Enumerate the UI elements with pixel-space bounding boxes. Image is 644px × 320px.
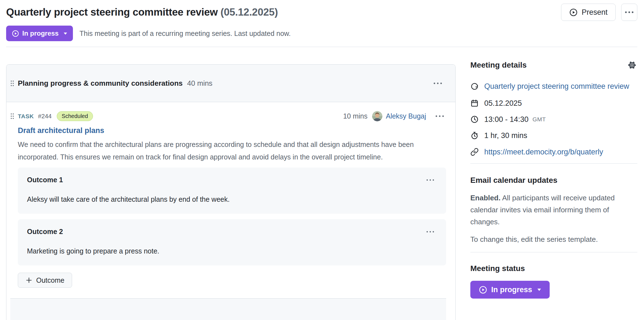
agenda-section-duration: 40 mins [187, 79, 212, 88]
email-updates-body: Enabled. All participants will receive u… [470, 192, 637, 228]
outcome-heading: Outcome 2 [27, 228, 63, 236]
play-circle-icon [12, 30, 19, 37]
agenda-section-title: Planning progress & community considerat… [18, 79, 183, 88]
meeting-date: 05.12.2025 [484, 99, 522, 108]
outcome-card: Outcome 1 Aleksy will take care of the a… [18, 168, 446, 214]
next-agenda-section-edge [10, 298, 446, 320]
outcome-text: Aleksy will take care of the architectur… [27, 195, 436, 203]
chevron-down-icon [63, 32, 67, 35]
stopwatch-icon [470, 131, 479, 140]
drag-handle-icon[interactable] [10, 80, 14, 87]
plus-icon [26, 277, 32, 284]
email-updates-heading: Email calendar updates [470, 176, 637, 185]
outcome-card: Outcome 2 Marketing is going to prepare … [18, 219, 446, 265]
time-row: 13:00 - 14:30 GMT [470, 114, 637, 125]
kebab-icon [625, 11, 634, 14]
outcome-header: Outcome 2 [27, 228, 436, 236]
outcome-heading: Outcome 1 [27, 176, 63, 184]
add-outcome-button[interactable]: Outcome [18, 273, 72, 288]
meeting-status-heading: Meeting status [470, 264, 637, 273]
recurring-icon [470, 82, 479, 90]
meeting-status-dropdown-sidebar[interactable]: In progress [470, 281, 550, 299]
task-header-row: TASK #244 Scheduled 10 mins [10, 111, 446, 121]
play-circle-icon [569, 8, 578, 17]
meeting-title-text: Quarterly project steering committee rev… [6, 6, 218, 18]
meeting-sidebar: Meeting details [470, 60, 637, 299]
date-row: 05.12.2025 [470, 98, 637, 109]
gear-icon [627, 60, 637, 70]
task-id: #244 [38, 113, 52, 120]
meeting-status-dropdown[interactable]: In progress [6, 26, 73, 41]
task-type-label: TASK [18, 113, 34, 120]
outcome-text: Marketing is going to prepare a press no… [27, 247, 436, 255]
assignee-avatar[interactable] [372, 111, 382, 121]
outcome-header: Outcome 1 [27, 176, 436, 184]
meeting-duration: 1 hr, 30 mins [484, 131, 527, 140]
content-columns: Planning progress & community considerat… [6, 60, 637, 320]
email-updates-note: To change this, edit the series template… [470, 235, 637, 244]
task-item: TASK #244 Scheduled 10 mins [6, 102, 455, 320]
agenda-card: Planning progress & community considerat… [6, 64, 456, 320]
calendar-icon [470, 99, 479, 107]
recurring-series-note: This meeting is part of a recurring meet… [80, 29, 291, 38]
duration-row: 1 hr, 30 mins [470, 130, 637, 141]
page-kebab-menu-button[interactable] [621, 4, 637, 21]
task-meta: 10 mins [343, 111, 446, 121]
task-duration: 10 mins [343, 112, 368, 120]
chevron-down-icon [537, 288, 541, 291]
clock-icon [470, 115, 479, 124]
meeting-page: Quarterly project steering committee rev… [0, 0, 644, 320]
meeting-link-row: https://meet.democity.org/b/quaterly [470, 146, 637, 158]
task-title-link[interactable]: Draft architectural plans [18, 126, 104, 135]
status-badge-label: In progress [491, 285, 532, 294]
meeting-settings-button[interactable] [627, 60, 637, 70]
series-link-row: Quarterly project steering committee rev… [470, 80, 637, 92]
meeting-time-range: 13:00 - 14:30 [484, 115, 529, 124]
task-kebab-button[interactable] [433, 113, 446, 119]
series-link[interactable]: Quarterly project steering committee rev… [484, 80, 629, 92]
present-button-label: Present [582, 8, 608, 17]
header-actions: Present [561, 4, 637, 21]
link-icon [470, 148, 479, 156]
drag-handle-icon[interactable] [10, 113, 14, 119]
assignee-link[interactable]: Aleksy Bugaj [386, 112, 426, 120]
status-row: In progress This meeting is part of a re… [6, 26, 637, 41]
outcome-kebab-button[interactable] [424, 177, 436, 183]
meeting-timezone: GMT [532, 116, 546, 123]
meeting-title-date: (05.12.2025) [220, 6, 278, 18]
header-divider [6, 47, 637, 47]
task-description: We need to confirm that the architectura… [18, 138, 441, 163]
agenda-section-header: Planning progress & community considerat… [6, 65, 455, 102]
email-updates-status: Enabled. [470, 194, 500, 202]
meeting-details-heading: Meeting details [470, 61, 527, 70]
meeting-url-link[interactable]: https://meet.democity.org/b/quaterly [484, 146, 603, 158]
task-status-badge: Scheduled [57, 111, 93, 121]
sidebar-divider [470, 252, 637, 252]
present-button[interactable]: Present [561, 4, 616, 21]
play-circle-icon [479, 285, 487, 294]
status-badge-label: In progress [22, 29, 59, 37]
page-title: Quarterly project steering committee rev… [6, 6, 278, 18]
sidebar-divider [470, 163, 637, 164]
meeting-details-header: Meeting details [470, 60, 637, 70]
page-header: Quarterly project steering committee rev… [6, 3, 637, 21]
outcome-kebab-button[interactable] [424, 229, 436, 235]
agenda-section-kebab-button[interactable] [431, 80, 444, 86]
add-outcome-label: Outcome [36, 276, 64, 284]
task-content: Draft architectural plans We need to con… [18, 121, 446, 288]
